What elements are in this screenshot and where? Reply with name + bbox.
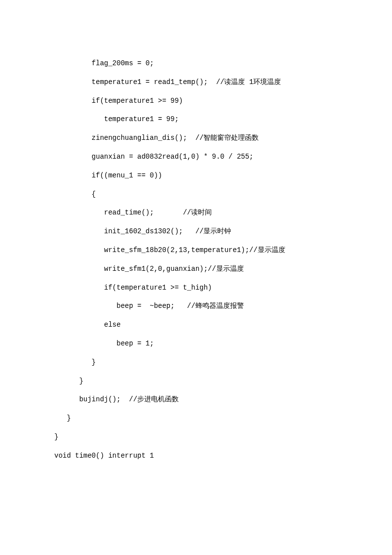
- code-line: if(temperature1 >= 99): [54, 92, 392, 111]
- code-line: }: [54, 409, 392, 428]
- code-line: beep = 1;: [54, 335, 392, 353]
- code-line: void time0() interrupt 1: [54, 447, 392, 466]
- code-line: else: [54, 316, 392, 335]
- code-line: flag_200ms = 0;: [54, 54, 392, 73]
- code-line: write_sfm1(2,0,guanxian);//显示温度: [54, 260, 392, 279]
- code-line: read_time(); //读时间: [54, 204, 392, 222]
- code-line: temperature1 = read1_temp(); //读温度 1环境温度: [54, 73, 392, 92]
- code-line: beep = ~beep; //蜂鸣器温度报警: [54, 297, 392, 316]
- code-line: write_sfm_18b20(2,13,temperature1);//显示温…: [54, 241, 392, 260]
- code-line: bujindj(); //步进电机函数: [54, 390, 392, 409]
- code-line: }: [54, 372, 392, 391]
- code-line: init_1602_ds1302(); //显示时钟: [54, 222, 392, 241]
- code-line: }: [54, 353, 392, 372]
- code-line: }: [54, 428, 392, 447]
- code-block: flag_200ms = 0; temperature1 = read1_tem…: [54, 54, 392, 466]
- code-line: zinengchuanglian_dis(); //智能窗帘处理函数: [54, 129, 392, 148]
- code-line: {: [54, 185, 392, 204]
- code-line: guanxian = ad0832read(1,0) * 9.0 / 255;: [54, 148, 392, 167]
- code-line: if((menu_1 == 0)): [54, 167, 392, 185]
- code-line: temperature1 = 99;: [54, 110, 392, 129]
- code-line: if(temperature1 >= t_high): [54, 279, 392, 298]
